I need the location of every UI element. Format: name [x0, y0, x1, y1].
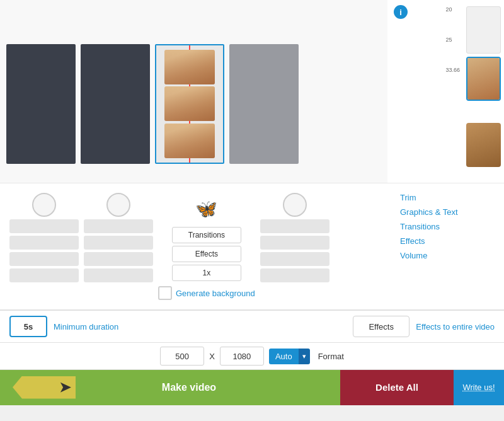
clip-slot-2 — [84, 193, 153, 282]
left-clips: 🦋 Transitions Effects 1x Generate backgr… — [9, 193, 394, 300]
width-input[interactable] — [160, 347, 204, 366]
clip-preview-selected[interactable] — [155, 44, 224, 164]
ruler-container: 20 25 33.66 — [445, 6, 460, 97]
thumb-blank — [466, 6, 501, 54]
clip-slot-1 — [9, 193, 79, 282]
clip-slot-active: 🦋 Transitions Effects 1x Generate backgr… — [158, 193, 255, 300]
thumb-photo-1-inner — [467, 58, 500, 100]
nav-trim[interactable]: Trim — [400, 193, 495, 202]
slot-bar-1d — [9, 268, 79, 282]
clips-container — [0, 0, 387, 183]
slot-circle-1 — [32, 193, 56, 217]
generate-bg-checkbox[interactable] — [158, 286, 172, 300]
height-input[interactable] — [220, 347, 264, 366]
right-side-panel: i 20 25 33.66 — [387, 0, 504, 183]
photo-inner-1 — [164, 50, 215, 84]
bottom-strip: 5s Minimum duration Effects Effects to e… — [0, 309, 504, 369]
write-us-button[interactable]: Write us! — [454, 370, 504, 405]
ruler-mark-25: 25 — [445, 37, 460, 43]
slot-bar-4c — [260, 252, 329, 266]
info-icon-label: i — [399, 8, 402, 17]
nav-effects[interactable]: Effects — [400, 236, 495, 246]
slot-bar-2d — [84, 268, 153, 282]
slot-bar-4a — [260, 219, 329, 233]
slot-bar-1b — [9, 236, 79, 250]
slot-bar-4d — [260, 268, 329, 282]
duration-box[interactable]: 5s — [9, 316, 47, 337]
duration-effects-row: 5s Minimum duration Effects Effects to e… — [0, 310, 504, 342]
nav-volume[interactable]: Volume — [400, 251, 495, 260]
photo-inner-3 — [164, 124, 215, 158]
photo-thumb-2 — [164, 86, 215, 121]
effects-entire-label: Effects to entire video — [416, 322, 495, 332]
delete-all-button[interactable]: Delete All — [340, 370, 454, 405]
min-duration-label: Minimum duration — [54, 322, 346, 332]
timeline-section: i 20 25 33.66 — [0, 0, 504, 183]
slot-bar-2a — [84, 219, 153, 233]
speed-button[interactable]: 1x — [172, 265, 241, 281]
slot-bar-4b — [260, 236, 329, 250]
nav-transitions[interactable]: Transitions — [400, 222, 495, 231]
slot-bar-1c — [9, 252, 79, 266]
slot-bar-2b — [84, 236, 153, 250]
generate-bg-row: Generate background — [158, 286, 255, 300]
transitions-button[interactable]: Transitions — [172, 227, 241, 243]
arrow-right-icon: ➤ — [59, 379, 71, 396]
slot-bar-2c — [84, 252, 153, 266]
clip-dark-3[interactable] — [229, 44, 299, 164]
thumb-photo-2-inner — [466, 123, 501, 167]
slot-circle-4 — [283, 193, 307, 217]
auto-btn-group: Auto ▾ — [269, 349, 310, 364]
action-bar: ➤ Make video Delete All Write us! — [0, 369, 504, 405]
generate-bg-link[interactable]: Generate background — [176, 289, 255, 298]
thumb-photo-2[interactable] — [466, 123, 501, 167]
auto-dropdown-button[interactable]: ▾ — [299, 349, 310, 364]
clip-dark-2[interactable] — [81, 44, 150, 164]
slot-bar-1a — [9, 219, 79, 233]
slot-circle-2 — [106, 193, 130, 217]
right-nav: Trim Graphics & Text Transitions Effects… — [394, 193, 495, 300]
ruler-mark-20: 20 — [445, 6, 460, 13]
effects-btn[interactable]: Effects — [353, 316, 410, 337]
clip-dark-1[interactable] — [6, 44, 76, 164]
format-label: Format — [318, 352, 344, 361]
clip-slot-4 — [260, 193, 329, 282]
photo-inner-2 — [164, 86, 215, 121]
format-x-label: X — [209, 352, 215, 361]
info-icon[interactable]: i — [394, 5, 408, 19]
butterfly-icon: 🦋 — [191, 193, 222, 224]
photo-thumb-3 — [164, 124, 215, 158]
format-row: X Auto ▾ Format — [0, 342, 504, 369]
thumb-photo-1[interactable] — [466, 57, 501, 101]
auto-button[interactable]: Auto — [269, 349, 299, 364]
ruler-mark-3366: 33.66 — [445, 67, 460, 73]
nav-graphics-text[interactable]: Graphics & Text — [400, 207, 495, 217]
arrow-decoration: ➤ — [13, 376, 76, 399]
photo-thumb-1 — [164, 50, 215, 84]
editing-section: 🦋 Transitions Effects 1x Generate backgr… — [0, 183, 504, 309]
effects-button[interactable]: Effects — [172, 246, 241, 262]
make-video-button[interactable]: ➤ Make video — [0, 370, 340, 405]
